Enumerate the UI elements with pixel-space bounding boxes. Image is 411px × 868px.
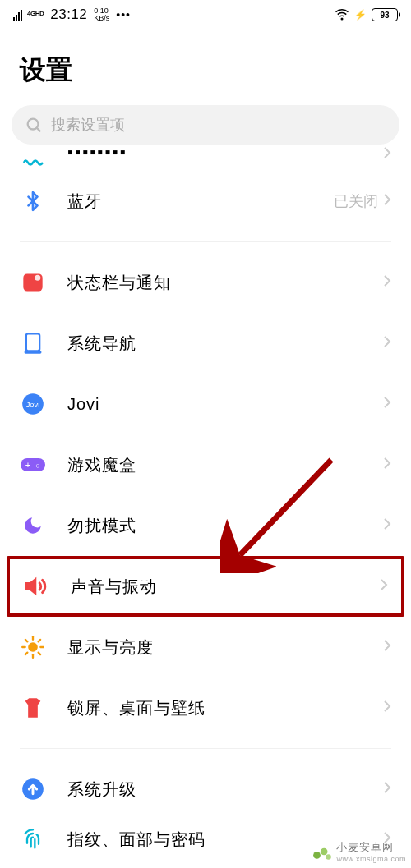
chevron-right-icon bbox=[383, 639, 391, 655]
svg-rect-6 bbox=[25, 351, 42, 354]
svg-point-4 bbox=[35, 275, 40, 281]
settings-row-gamebox[interactable]: +○ 游戏魔盒 bbox=[0, 434, 411, 495]
svg-point-0 bbox=[341, 18, 343, 20]
highlight-annotation: 声音与振动 bbox=[7, 556, 404, 617]
row-label: 游戏魔盒 bbox=[67, 454, 383, 476]
search-icon bbox=[25, 116, 43, 134]
chevron-right-icon bbox=[383, 700, 391, 716]
chevron-right-icon bbox=[383, 274, 391, 291]
svg-rect-9 bbox=[21, 458, 45, 471]
settings-row-bluetooth[interactable]: 蓝牙 已关闭 bbox=[0, 171, 411, 232]
network-type: 4GHD bbox=[27, 10, 44, 17]
battery-indicator: 93 bbox=[372, 8, 398, 21]
settings-row-display[interactable]: 显示与亮度 bbox=[0, 617, 411, 677]
settings-list: ▪▪▪▪▪▪▪▪ 蓝牙 已关闭 状态栏与通知 系统导航 Jovi Jovi bbox=[0, 154, 411, 859]
settings-row-lockscreen[interactable]: 锁屏、桌面与壁纸 bbox=[0, 677, 411, 738]
jovi-icon: Jovi bbox=[20, 391, 46, 417]
svg-line-20 bbox=[39, 640, 40, 641]
chevron-right-icon bbox=[380, 578, 388, 595]
settings-row-statusbar[interactable]: 状态栏与通知 bbox=[0, 252, 411, 313]
row-label: 显示与亮度 bbox=[67, 636, 383, 659]
chevron-right-icon bbox=[383, 193, 391, 209]
watermark: 小麦安卓网 www.xmsigma.com bbox=[312, 840, 406, 863]
chevron-right-icon bbox=[383, 781, 391, 797]
page-title: 设置 bbox=[0, 30, 411, 105]
tshirt-icon bbox=[20, 695, 46, 721]
svg-point-23 bbox=[314, 852, 321, 859]
row-label: 系统导航 bbox=[67, 333, 383, 355]
svg-point-25 bbox=[326, 854, 332, 860]
watermark-text: 小麦安卓网 bbox=[336, 841, 394, 853]
navigation-icon bbox=[20, 330, 46, 356]
row-label: 蓝牙 bbox=[67, 191, 334, 213]
svg-text:Jovi: Jovi bbox=[26, 401, 40, 409]
clock: 23:12 bbox=[50, 7, 87, 23]
row-label: 状态栏与通知 bbox=[67, 272, 383, 294]
watermark-url: www.xmsigma.com bbox=[336, 855, 406, 863]
row-label: 勿扰模式 bbox=[67, 515, 383, 537]
svg-line-19 bbox=[25, 653, 27, 654]
divider bbox=[20, 748, 391, 749]
partial-row[interactable]: ▪▪▪▪▪▪▪▪ bbox=[20, 154, 391, 171]
signal-icon bbox=[13, 9, 22, 21]
row-label: Jovi bbox=[67, 395, 383, 414]
svg-text:○: ○ bbox=[35, 462, 39, 470]
chevron-right-icon bbox=[383, 335, 391, 351]
more-icon: ••• bbox=[116, 8, 131, 21]
brightness-icon bbox=[20, 634, 46, 660]
net-speed: 0.10KB/s bbox=[94, 7, 109, 22]
settings-row-dnd[interactable]: 勿扰模式 bbox=[0, 495, 411, 556]
gamebox-icon: +○ bbox=[20, 452, 46, 478]
search-box[interactable] bbox=[12, 105, 399, 145]
bluetooth-icon bbox=[20, 188, 46, 214]
settings-row-upgrade[interactable]: 系统升级 bbox=[0, 759, 411, 820]
moon-icon bbox=[20, 512, 46, 539]
watermark-logo-icon bbox=[312, 841, 333, 862]
svg-point-1 bbox=[28, 119, 39, 130]
svg-text:+: + bbox=[25, 460, 30, 470]
divider bbox=[20, 241, 391, 242]
sound-icon bbox=[23, 573, 49, 599]
svg-rect-5 bbox=[26, 333, 39, 351]
chevron-right-icon bbox=[383, 457, 391, 473]
wifi-icon bbox=[335, 7, 349, 24]
status-bar: 4GHD 23:12 0.10KB/s ••• ⚡ 93 bbox=[0, 0, 411, 30]
row-label: 声音与振动 bbox=[71, 576, 380, 598]
row-value: 已关闭 bbox=[334, 191, 378, 211]
settings-row-sound[interactable]: 声音与振动 bbox=[10, 559, 401, 613]
settings-row-jovi[interactable]: Jovi Jovi bbox=[0, 374, 411, 434]
svg-point-24 bbox=[321, 848, 328, 856]
fingerprint-icon bbox=[20, 826, 46, 852]
chevron-right-icon bbox=[383, 517, 391, 534]
svg-line-2 bbox=[37, 128, 41, 132]
settings-row-sysnav[interactable]: 系统导航 bbox=[0, 313, 411, 374]
search-input[interactable] bbox=[51, 117, 386, 134]
svg-point-12 bbox=[29, 643, 36, 650]
row-label: 系统升级 bbox=[67, 778, 383, 801]
svg-line-17 bbox=[25, 640, 27, 641]
chevron-right-icon bbox=[383, 146, 391, 163]
svg-line-18 bbox=[39, 653, 40, 654]
chevron-right-icon bbox=[383, 396, 391, 412]
upgrade-icon bbox=[20, 776, 46, 802]
row-label: 锁屏、桌面与壁纸 bbox=[67, 697, 383, 719]
charge-icon: ⚡ bbox=[354, 9, 367, 21]
statusbar-icon bbox=[20, 269, 46, 296]
